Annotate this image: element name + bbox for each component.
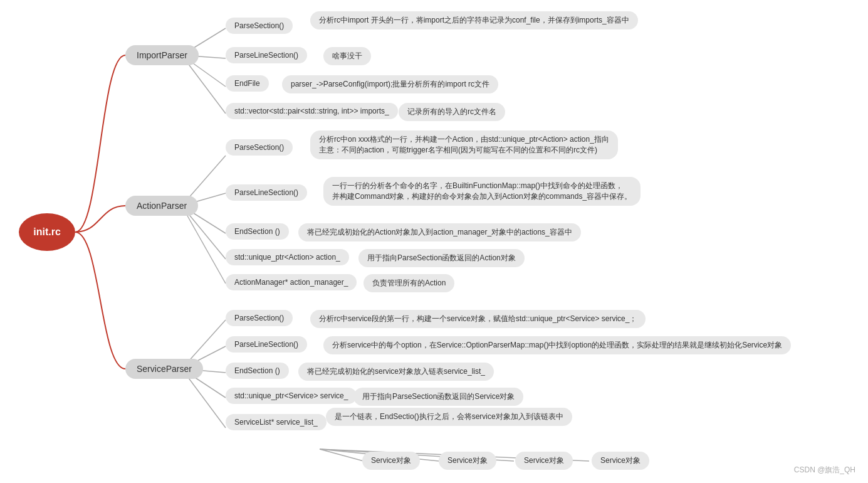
leaf-ap5-name: ActionManager* action_manager_: [226, 274, 357, 290]
leaf-sp5-name: ServiceList* service_list_: [226, 414, 327, 430]
parser-import: ImportParser: [125, 45, 199, 65]
leaf-ip2-desc: 啥事没干: [323, 47, 371, 65]
service-obj-3: Service对象: [515, 452, 573, 470]
ap1-desc-text: 分析rc中on xxx格式的一行，并构建一个Action，由std::uniqu…: [319, 135, 609, 154]
ap2-desc-text: 一行一行的分析各个命令的名字，在BuiltinFunctionMap::map(…: [332, 181, 632, 201]
leaf-sp2-desc: 分析service中的每个option，在Service::OptionPars…: [323, 336, 791, 354]
service-obj-4: Service对象: [592, 452, 649, 470]
leaf-ap1-name: ParseSection(): [226, 139, 293, 156]
parser-action-label: ActionParser: [137, 201, 187, 211]
leaf-sp2-name: ParseLineSection(): [226, 336, 307, 353]
parser-import-label: ImportParser: [137, 50, 187, 60]
leaf-ap4-name: std::unique_ptr<Action> action_: [226, 249, 349, 265]
leaf-ip4-name: std::vector<std::pair<std::string, int>>…: [226, 103, 398, 119]
leaf-ip1-desc: 分析rc中import 开头的一行，将import之后的字符串记录为conf_f…: [310, 11, 638, 29]
leaf-sp3-name: EndSection (): [226, 363, 289, 379]
leaf-sp4-desc: 用于指向ParseSection函数返回的Service对象: [353, 388, 523, 406]
leaf-sp1-desc: 分析rc中service段的第一行，构建一个service对象，赋值给std::…: [310, 310, 646, 328]
root-label: init.rc: [33, 226, 61, 238]
parser-action: ActionParser: [125, 196, 198, 216]
leaf-ap2-name: ParseLineSection(): [226, 184, 307, 201]
leaf-sp1-name: ParseSection(): [226, 310, 293, 326]
leaf-sp4-name: std::unique_ptr<Service> service_: [226, 388, 357, 404]
leaf-ap2-desc: 一行一行的分析各个命令的名字，在BuiltinFunctionMap::map(…: [323, 177, 641, 206]
leaf-sp5-desc: 是一个链表，EndSectio()执行之后，会将service对象加入到该链表中: [326, 408, 572, 426]
leaf-sp3-desc: 将已经完成初始化的service对象放入链表service_list_: [298, 363, 494, 381]
leaf-ap3-desc: 将已经完成初始化的Action对象加入到action_manager_对象中的a…: [298, 223, 581, 242]
watermark: CSDN @旗浩_QH: [794, 465, 855, 475]
service-obj-2: Service对象: [439, 452, 496, 470]
parser-service-label: ServiceParser: [137, 364, 192, 374]
svg-line-14: [320, 449, 363, 461]
leaf-ip3-desc: parser_->ParseConfig(import);批量分析所有的impo…: [282, 75, 498, 93]
parser-service: ServiceParser: [125, 359, 203, 379]
leaf-ip2-name: ParseLineSection(): [226, 47, 307, 63]
svg-line-8: [182, 206, 226, 284]
leaf-ap4-desc: 用于指向ParseSection函数返回的Action对象: [358, 249, 525, 267]
leaf-ap1-desc: 分析rc中on xxx格式的一行，并构建一个Action，由std::uniqu…: [310, 130, 618, 159]
leaf-ap3-name: EndSection (): [226, 223, 289, 240]
leaf-ap5-desc: 负责管理所有的Action: [363, 274, 454, 292]
diagram-container: init.rc ImportParser ParseSection() 分析rc…: [0, 0, 868, 483]
service-obj-1: Service对象: [362, 452, 420, 470]
root-node: init.rc: [19, 213, 75, 251]
leaf-ip3-name: EndFile: [226, 75, 269, 92]
leaf-ip1-name: ParseSection(): [226, 18, 293, 34]
leaf-ip4-desc: 记录所有的导入的rc文件名: [399, 103, 505, 121]
